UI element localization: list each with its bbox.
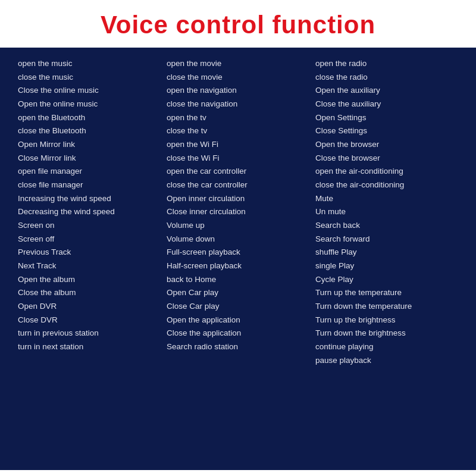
list-item: close the Bluetooth (18, 124, 167, 138)
list-item: turn in next station (18, 340, 167, 354)
list-item: Close Mirror link (18, 152, 167, 165)
list-item: Screen on (18, 219, 167, 233)
list-item: close the navigation (167, 98, 315, 111)
list-item: Decreasing the wind speed (18, 205, 167, 219)
list-item: close the car controller (167, 178, 315, 192)
list-item: Open the application (167, 314, 315, 327)
list-item: back to Home (167, 273, 315, 287)
list-item: close the Wi Fi (167, 152, 315, 165)
list-item: Open the album (18, 273, 167, 287)
list-item: open file manager (18, 165, 167, 178)
list-item: Open Mirror link (18, 138, 167, 152)
list-item: Half-screen playback (167, 259, 315, 273)
list-item: Turn up the temperature (315, 286, 464, 300)
column-2: open the movieclose the movieopen the na… (167, 57, 315, 461)
list-item: close file manager (18, 178, 167, 192)
list-item: close the tv (167, 124, 315, 138)
list-item: Close the online music (18, 84, 167, 98)
column-1: open the musicclose the musicClose the o… (18, 57, 167, 461)
list-item: Close the application (167, 327, 315, 340)
list-item: open the music (18, 57, 167, 71)
list-item: Mute (315, 192, 464, 206)
list-item: Turn up the brightness (315, 314, 464, 327)
list-item: Open the browser (315, 138, 464, 152)
list-item: Open DVR (18, 300, 167, 314)
list-item: Open the online music (18, 98, 167, 111)
list-item: Increasing the wind speed (18, 192, 167, 206)
list-item: open the car controller (167, 165, 315, 178)
list-item: Volume down (167, 233, 315, 246)
list-item: Full-screen playback (167, 246, 315, 259)
list-item: Open Car play (167, 286, 315, 300)
list-item: turn in previous station (18, 327, 167, 340)
list-item: shuffle Play (315, 246, 464, 259)
list-item: Un mute (315, 205, 464, 219)
list-item: Open the auxiliary (315, 84, 464, 98)
list-item: Cycle Play (315, 273, 464, 287)
list-item: open the air-conditioning (315, 165, 464, 178)
list-item: open the Bluetooth (18, 111, 167, 125)
list-item: Close the auxiliary (315, 98, 464, 111)
list-item: Search forward (315, 233, 464, 246)
list-item: Search radio station (167, 340, 315, 354)
list-item: open the Wi Fi (167, 138, 315, 152)
list-item: Open inner circulation (167, 192, 315, 206)
list-item: Open Settings (315, 111, 464, 125)
page-title: Voice control function (0, 11, 476, 39)
list-item: continue playing (315, 340, 464, 354)
list-item: Close DVR (18, 314, 167, 327)
list-item: Close Car play (167, 300, 315, 314)
list-item: Close inner circulation (167, 205, 315, 219)
list-item: pause playback (315, 354, 464, 368)
column-3: open the radioclose the radioOpen the au… (315, 57, 464, 461)
list-item: Previous Track (18, 246, 167, 259)
list-item: Close Settings (315, 124, 464, 138)
list-item: open the tv (167, 111, 315, 125)
header: Voice control function (0, 0, 476, 48)
list-item: Next Track (18, 259, 167, 273)
list-item: Screen off (18, 233, 167, 246)
list-item: Turn down the brightness (315, 327, 464, 340)
list-item: open the movie (167, 57, 315, 71)
list-item: Volume up (167, 219, 315, 233)
list-item: close the movie (167, 71, 315, 84)
list-item: Close the browser (315, 152, 464, 165)
content-area: open the musicclose the musicClose the o… (0, 48, 476, 470)
list-item: close the air-conditioning (315, 178, 464, 192)
list-item: Search back (315, 219, 464, 233)
list-item: Turn down the temperature (315, 300, 464, 314)
list-item: close the music (18, 71, 167, 84)
list-item: close the radio (315, 71, 464, 84)
list-item: Close the album (18, 286, 167, 300)
list-item: open the navigation (167, 84, 315, 98)
list-item: single Play (315, 259, 464, 273)
list-item: open the radio (315, 57, 464, 71)
